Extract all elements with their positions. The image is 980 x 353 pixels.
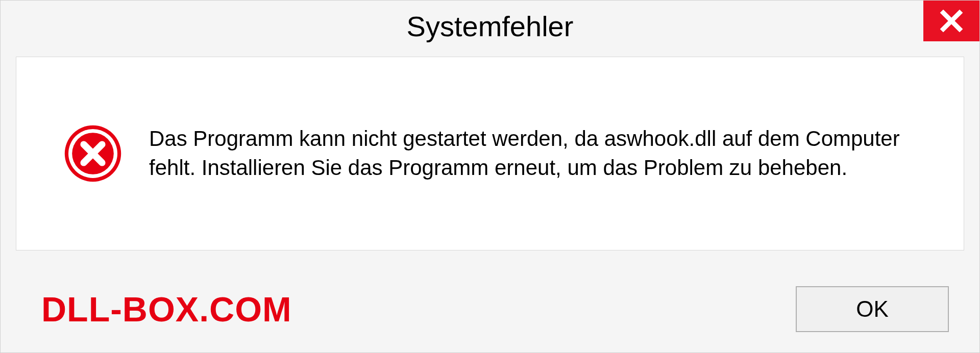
dialog-title: Systemfehler [407,10,574,43]
close-button[interactable] [923,1,979,41]
error-dialog: Systemfehler Das Programm kann nicht ges… [0,0,980,353]
ok-button[interactable]: OK [796,286,949,332]
watermark-text: DLL-BOX.COM [41,289,292,329]
content-panel: Das Programm kann nicht gestartet werden… [16,57,964,250]
error-message: Das Programm kann nicht gestartet werden… [149,124,933,182]
close-icon [939,9,964,33]
dialog-footer: DLL-BOX.COM OK [1,266,979,352]
error-icon [62,123,124,184]
titlebar: Systemfehler [1,1,979,52]
